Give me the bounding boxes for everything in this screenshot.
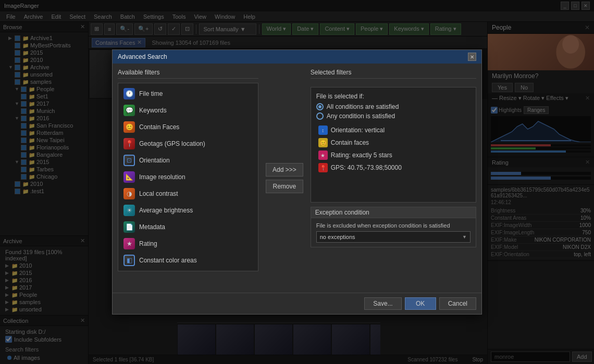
filter-image-resolution[interactable]: 📐 Image resolution: [120, 169, 256, 185]
selected-filters-panel: Selected filters File is selected if: Al…: [311, 69, 476, 287]
filter-orientation-label: Orientation: [139, 157, 170, 164]
avail-filters-title: Available filters: [118, 69, 258, 79]
filter-local-contrast-label: Local contrast: [139, 190, 178, 197]
any-condition-radio-circle: [316, 112, 324, 120]
result-contain-faces[interactable]: 😊 Contain faces: [316, 136, 471, 149]
selected-filters-title: Selected filters: [311, 69, 476, 79]
filter-list: 🕐 File time 💬 Keywords 😊 Contain Faces 📍…: [118, 83, 258, 271]
result-gps-icon: 📍: [318, 163, 328, 172]
filter-local-contrast[interactable]: ◑ Local contrast: [120, 185, 256, 202]
filter-constant-color-areas[interactable]: ◧ Constant color areas: [120, 252, 256, 269]
cancel-btn[interactable]: Cancel: [439, 297, 476, 310]
filter-geotags-label: Geotags (GPS location): [139, 140, 205, 147]
ok-btn[interactable]: OK: [405, 297, 436, 310]
file-time-icon: 🕐: [123, 88, 135, 99]
result-orientation[interactable]: ↕ Orientation: vertical: [316, 124, 471, 136]
exception-label: File is excluded when exception conditio…: [316, 222, 471, 229]
advanced-search-dialog: Advanced Search ✕ Available filters 🕐 Fi…: [112, 49, 482, 315]
all-conditions-radio[interactable]: All conditions are satisfied: [316, 103, 471, 110]
remove-filter-btn[interactable]: Remove: [266, 180, 303, 193]
filter-keywords-label: Keywords: [139, 107, 167, 114]
dialog-title: Advanced Search: [118, 53, 167, 60]
result-rating[interactable]: ★ Rating: exactly 5 stars: [316, 149, 471, 161]
keywords-icon: 💬: [123, 105, 135, 116]
filter-rating-label: Rating: [139, 240, 157, 247]
center-buttons: Add >>> Remove: [264, 69, 305, 287]
exception-value: no exceptions: [320, 234, 355, 240]
result-rating-label: Rating: exactly 5 stars: [331, 152, 392, 159]
all-conditions-label: All conditions are satisfied: [327, 103, 399, 110]
result-gps-label: GPS: 40.75,-73.98;50000: [331, 164, 402, 171]
available-filters-panel: Available filters 🕐 File time 💬 Keywords…: [118, 69, 258, 287]
filter-image-resolution-label: Image resolution: [139, 173, 185, 181]
filter-contain-faces-label: Contain Faces: [139, 123, 179, 131]
exception-title: Exception condition: [311, 207, 476, 218]
dialog-footer: Save... OK Cancel: [113, 293, 481, 314]
add-filter-btn[interactable]: Add >>>: [266, 163, 303, 177]
exception-select[interactable]: no exceptions ▼: [316, 231, 471, 243]
filter-avg-brightness[interactable]: ☀ Average brightness: [120, 202, 256, 219]
metadata-icon: 📄: [123, 221, 135, 233]
geotags-icon: 📍: [123, 138, 135, 149]
filter-rating[interactable]: ★ Rating: [120, 235, 256, 252]
filter-metadata-label: Metadata: [139, 223, 165, 231]
result-faces-label: Contain faces: [331, 139, 369, 146]
dialog-titlebar: Advanced Search ✕: [113, 50, 481, 64]
dialog-overlay: Advanced Search ✕ Available filters 🕐 Fi…: [0, 0, 594, 364]
any-condition-label: Any condition is satisfied: [327, 112, 395, 120]
local-contrast-icon: ◑: [123, 188, 135, 199]
result-orientation-label: Orientation: vertical: [331, 127, 385, 134]
filter-geotags[interactable]: 📍 Geotags (GPS location): [120, 135, 256, 152]
exception-panel: Exception condition File is excluded whe…: [311, 207, 476, 247]
result-orientation-icon: ↕: [318, 125, 328, 135]
image-resolution-icon: 📐: [123, 171, 135, 183]
filter-keywords[interactable]: 💬 Keywords: [120, 102, 256, 119]
dialog-close-btn[interactable]: ✕: [468, 53, 476, 61]
filter-constant-color-label: Constant color areas: [139, 257, 197, 264]
save-btn[interactable]: Save...: [364, 297, 401, 310]
filter-metadata[interactable]: 📄 Metadata: [120, 219, 256, 235]
dialog-body: Available filters 🕐 File time 💬 Keywords…: [113, 64, 481, 293]
constant-color-icon: ◧: [123, 255, 135, 266]
condition-label: File is selected if:: [316, 93, 471, 100]
all-conditions-radio-circle: [316, 103, 324, 110]
avg-brightness-icon: ☀: [123, 205, 135, 216]
rating-filter-icon: ★: [123, 238, 135, 249]
result-gps[interactable]: 📍 GPS: 40.75,-73.98;50000: [316, 161, 471, 174]
filter-avg-brightness-label: Average brightness: [139, 207, 193, 214]
result-rating-icon: ★: [318, 150, 328, 160]
filter-file-time[interactable]: 🕐 File time: [120, 85, 256, 102]
filter-results: ↕ Orientation: vertical 😊 Contain faces …: [316, 124, 471, 197]
filter-contain-faces[interactable]: 😊 Contain Faces: [120, 119, 256, 135]
contain-faces-icon: 😊: [123, 121, 135, 133]
filter-orientation[interactable]: ⊡ Orientation: [120, 152, 256, 169]
exception-arrow: ▼: [462, 234, 467, 240]
filter-file-time-label: File time: [139, 90, 163, 97]
orientation-icon: ⊡: [123, 155, 135, 166]
result-faces-icon: 😊: [318, 138, 328, 147]
filter-conditions-panel: File is selected if: All conditions are …: [311, 87, 476, 203]
any-condition-radio[interactable]: Any condition is satisfied: [316, 112, 471, 120]
